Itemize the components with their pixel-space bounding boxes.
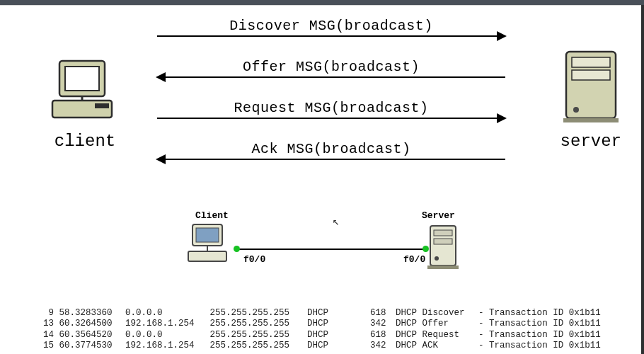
arrow-row-request: Request MSG(broadcast) — [154, 100, 508, 141]
col-no: 15 — [33, 341, 54, 352]
col-dst: 255.255.255.255 — [210, 308, 302, 319]
link-up-dot-icon — [234, 246, 240, 252]
mini-server-label: Server — [422, 210, 455, 221]
svg-point-7 — [573, 107, 579, 113]
col-dst: 255.255.255.255 — [210, 341, 302, 352]
col-proto: DHCP — [307, 319, 355, 330]
col-src: 0.0.0.0 — [125, 308, 205, 319]
arrow-label: Discover MSG(broadcast) — [154, 18, 508, 34]
arrow-label: Request MSG(broadcast) — [154, 100, 508, 116]
col-src: 192.168.1.254 — [125, 319, 205, 330]
col-time: 60.3264500 — [59, 319, 120, 330]
col-dst: 255.255.255.255 — [210, 319, 302, 330]
svg-rect-3 — [95, 103, 109, 108]
col-time: 60.3774530 — [59, 341, 120, 352]
server-endpoint: server — [560, 49, 621, 151]
col-time: 60.3564520 — [59, 330, 120, 341]
interface-left-label: f0/0 — [243, 254, 265, 265]
table-row: 9 58.3283360 0.0.0.0 255.255.255.255 DHC… — [33, 308, 601, 319]
svg-rect-14 — [434, 239, 452, 244]
arrow-right-icon — [157, 35, 505, 37]
arrow-row-offer: Offer MSG(broadcast) — [154, 59, 508, 100]
arrow-row-discover: Discover MSG(broadcast) — [154, 18, 508, 59]
mini-client-label: Client — [195, 210, 229, 221]
svg-rect-6 — [572, 70, 610, 80]
mini-desktop-icon — [187, 223, 232, 269]
col-info: DHCP Offer - Transaction ID 0x1b11 — [396, 319, 601, 330]
link-up-dot-icon — [422, 246, 429, 252]
col-src: 0.0.0.0 — [125, 330, 205, 341]
col-no: 9 — [33, 308, 54, 319]
arrow-left-icon — [157, 76, 505, 78]
table-row: 13 60.3264500 192.168.1.254 255.255.255.… — [33, 319, 601, 330]
server-label: server — [560, 132, 621, 151]
svg-point-15 — [435, 256, 439, 261]
server-icon — [560, 49, 621, 125]
mouse-cursor-icon: ↖ — [333, 215, 340, 229]
svg-rect-16 — [427, 266, 459, 269]
col-proto: DHCP — [307, 330, 355, 341]
desktop-computer-icon — [50, 58, 120, 125]
table-row: 15 60.3774530 192.168.1.254 255.255.255.… — [33, 341, 601, 352]
col-info: DHCP Request - Transaction ID 0x1b11 — [396, 330, 601, 341]
col-proto: DHCP — [307, 308, 355, 319]
col-len: 342 — [361, 319, 391, 330]
mini-server-icon — [426, 224, 460, 275]
mini-topology-diagram: Client Server f0/0 f0/0 — [167, 210, 493, 288]
col-len: 342 — [361, 341, 391, 352]
svg-rect-10 — [196, 228, 219, 242]
col-info: DHCP Discover - Transaction ID 0x1b11 — [396, 308, 601, 319]
col-proto: DHCP — [307, 341, 355, 352]
col-dst: 255.255.255.255 — [210, 330, 302, 341]
message-arrows: Discover MSG(broadcast) Offer MSG(broadc… — [154, 18, 508, 182]
packet-capture-table: 9 58.3283360 0.0.0.0 255.255.255.255 DHC… — [33, 308, 601, 353]
arrow-row-ack: Ack MSG(broadcast) — [154, 141, 508, 182]
client-endpoint: client — [50, 58, 120, 151]
col-no: 14 — [33, 330, 54, 341]
svg-rect-11 — [188, 251, 226, 261]
mini-link-line — [236, 249, 426, 250]
arrow-label: Ack MSG(broadcast) — [154, 141, 508, 157]
col-src: 192.168.1.254 — [125, 341, 205, 352]
col-time: 58.3283360 — [59, 308, 120, 319]
col-len: 618 — [361, 308, 391, 319]
col-len: 618 — [361, 330, 391, 341]
arrow-left-icon — [157, 159, 505, 160]
table-row: 14 60.3564520 0.0.0.0 255.255.255.255 DH… — [33, 330, 601, 341]
col-no: 13 — [33, 319, 54, 330]
svg-rect-5 — [572, 57, 610, 67]
svg-rect-13 — [434, 230, 452, 236]
arrow-label: Offer MSG(broadcast) — [154, 59, 508, 75]
interface-right-label: f0/0 — [403, 254, 425, 265]
client-label: client — [50, 132, 120, 151]
svg-rect-2 — [52, 101, 112, 118]
dhcp-sequence-diagram: client server Discover MSG(broadcast) Of… — [0, 5, 644, 203]
arrow-right-icon — [157, 118, 505, 119]
svg-rect-8 — [563, 118, 619, 122]
svg-rect-1 — [65, 67, 99, 91]
col-info: DHCP ACK - Transaction ID 0x1b11 — [396, 341, 601, 352]
